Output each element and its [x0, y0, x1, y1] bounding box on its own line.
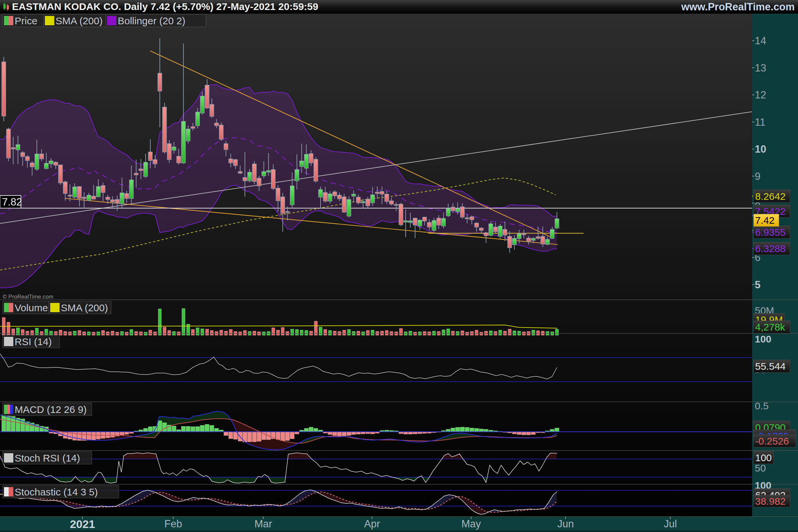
- svg-text:RSI (14): RSI (14): [15, 336, 52, 347]
- svg-text:0.5: 0.5: [755, 400, 769, 411]
- svg-text:SMA (200): SMA (200): [61, 302, 108, 313]
- svg-text:Jun: Jun: [557, 518, 574, 530]
- svg-text:8.2642: 8.2642: [755, 191, 786, 202]
- svg-text:11: 11: [755, 116, 765, 128]
- svg-text:2021: 2021: [70, 518, 95, 530]
- svg-text:Apr: Apr: [364, 518, 380, 530]
- svg-text:7.42: 7.42: [755, 215, 774, 226]
- svg-text:12: 12: [755, 89, 766, 101]
- svg-text:Price: Price: [15, 15, 37, 26]
- svg-text:100: 100: [755, 452, 772, 463]
- svg-text:4,278k: 4,278k: [755, 322, 785, 332]
- svg-text:5: 5: [755, 279, 760, 291]
- svg-text:7.82: 7.82: [2, 196, 22, 208]
- svg-text:-0.2526: -0.2526: [755, 436, 789, 446]
- svg-text:EASTMAN KODAK CO. Daily 7.42 (: EASTMAN KODAK CO. Daily 7.42 (+5.70%) 27…: [12, 1, 318, 12]
- svg-text:6.3288: 6.3288: [755, 243, 786, 254]
- svg-text:Mar: Mar: [254, 518, 272, 530]
- svg-text:Jul: Jul: [664, 518, 677, 530]
- svg-text:www.ProRealTime.com: www.ProRealTime.com: [681, 1, 795, 13]
- svg-text:14: 14: [755, 35, 766, 46]
- svg-text:© ProRealTime.com: © ProRealTime.com: [3, 293, 54, 300]
- svg-text:9: 9: [755, 171, 760, 182]
- svg-text:Bollinger (20 2): Bollinger (20 2): [118, 15, 185, 26]
- svg-text:6.9355: 6.9355: [755, 227, 786, 238]
- svg-text:Stochastic (14 3 5): Stochastic (14 3 5): [15, 487, 98, 497]
- svg-text:38.982: 38.982: [755, 496, 786, 507]
- svg-text:Feb: Feb: [164, 518, 182, 530]
- svg-text:MACD (12 26 9): MACD (12 26 9): [15, 404, 87, 415]
- svg-text:SMA (200): SMA (200): [56, 15, 103, 26]
- svg-text:13: 13: [755, 62, 766, 74]
- svg-text:50: 50: [755, 462, 766, 474]
- svg-text:100: 100: [755, 334, 772, 344]
- svg-text:Stoch RSI (14): Stoch RSI (14): [15, 453, 80, 463]
- svg-text:Volume: Volume: [15, 302, 48, 313]
- svg-text:55.544: 55.544: [755, 361, 786, 372]
- svg-text:May: May: [461, 518, 481, 530]
- svg-text:10: 10: [755, 143, 766, 155]
